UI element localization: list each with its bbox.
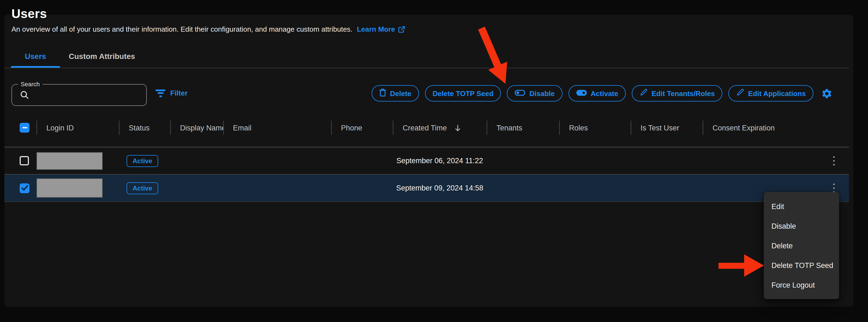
delete-button[interactable]: Delete (372, 85, 419, 101)
column-login-id[interactable]: Login ID (36, 121, 119, 135)
disable-button[interactable]: Disable (507, 85, 562, 101)
column-email[interactable]: Email (223, 121, 331, 135)
column-is-test-user[interactable]: Is Test User (631, 121, 703, 135)
column-roles[interactable]: Roles (559, 121, 631, 135)
search-input[interactable] (11, 84, 147, 106)
sort-descending-icon[interactable] (454, 124, 462, 132)
menu-item-edit[interactable]: Edit (764, 197, 839, 216)
select-all-checkbox-indeterminate[interactable] (20, 123, 29, 133)
trash-icon (379, 88, 386, 98)
learn-more-link[interactable]: Learn More (357, 25, 405, 33)
filter-button[interactable]: Filter (155, 89, 188, 97)
table-header: Login ID Status Display Name Email Phone… (4, 121, 849, 135)
edit-applications-label: Edit Applications (748, 89, 806, 97)
select-all-column (4, 121, 36, 135)
edit-applications-button[interactable]: Edit Applications (728, 85, 813, 101)
table-row-selected[interactable]: Active September 09, 2024 14:58 (4, 174, 849, 202)
column-display-name[interactable]: Display Name (170, 121, 223, 135)
menu-item-force-logout[interactable]: Force Logout (764, 275, 839, 295)
table-row[interactable]: Active September 06, 2024 11:22 (4, 147, 849, 174)
page-subtitle: An overview of all of your users and the… (11, 25, 405, 33)
delete-label: Delete (390, 89, 411, 97)
created-time-value: September 06, 2024 11:22 (393, 147, 487, 174)
toggle-off-icon (515, 89, 526, 98)
search-icon (20, 91, 29, 101)
column-created-time-label: Created Time (403, 124, 447, 132)
search-input-label: Search (18, 81, 42, 87)
activate-button[interactable]: Activate (568, 85, 626, 101)
learn-more-label: Learn More (357, 25, 395, 33)
tab-custom-attributes[interactable]: Custom Attributes (69, 52, 135, 61)
row-checkbox-unchecked[interactable] (20, 156, 29, 165)
disable-label: Disable (529, 89, 555, 97)
activate-label: Activate (591, 89, 618, 97)
column-phone[interactable]: Phone (331, 121, 393, 135)
page-subtitle-text: An overview of all of your users and the… (11, 25, 352, 33)
users-page: Users An overview of all of your users a… (0, 0, 868, 322)
delete-totp-seed-label: Delete TOTP Seed (433, 89, 493, 97)
row-actions-kebab-icon[interactable] (831, 154, 837, 168)
filter-icon (155, 89, 165, 97)
pencil-icon (736, 88, 744, 98)
edit-tenants-roles-label: Edit Tenants/Roles (651, 89, 715, 97)
external-link-icon (398, 25, 405, 33)
column-tenants[interactable]: Tenants (487, 121, 559, 135)
login-id-redacted-value (36, 178, 102, 198)
login-id-redacted-value (36, 152, 102, 170)
column-status[interactable]: Status (119, 121, 170, 135)
tab-users[interactable]: Users (11, 52, 60, 61)
status-badge: Active (127, 182, 158, 194)
status-badge: Active (127, 155, 158, 167)
pencil-icon (640, 88, 648, 98)
edit-tenants-roles-button[interactable]: Edit Tenants/Roles (632, 85, 722, 101)
gear-icon[interactable] (821, 88, 833, 99)
page-title: Users (11, 6, 47, 21)
row-checkbox-checked[interactable] (20, 183, 29, 193)
column-created-time[interactable]: Created Time (393, 121, 487, 135)
menu-item-disable[interactable]: Disable (764, 216, 839, 236)
created-time-value: September 09, 2024 14:58 (393, 175, 487, 201)
row-context-menu: Edit Disable Delete Delete TOTP Seed For… (764, 192, 839, 299)
filter-label: Filter (170, 89, 188, 97)
tabs-divider (4, 68, 849, 68)
menu-item-delete-totp-seed[interactable]: Delete TOTP Seed (764, 256, 839, 275)
toggle-on-icon (576, 89, 587, 98)
table-body: Active September 06, 2024 11:22 Active S… (4, 147, 849, 202)
column-consent-expiration[interactable]: Consent Expiration (703, 121, 849, 135)
delete-totp-seed-button[interactable]: Delete TOTP Seed (425, 85, 501, 101)
menu-item-delete[interactable]: Delete (764, 236, 839, 256)
bulk-actions-toolbar: Delete Delete TOTP Seed Disable Activate (372, 85, 833, 101)
